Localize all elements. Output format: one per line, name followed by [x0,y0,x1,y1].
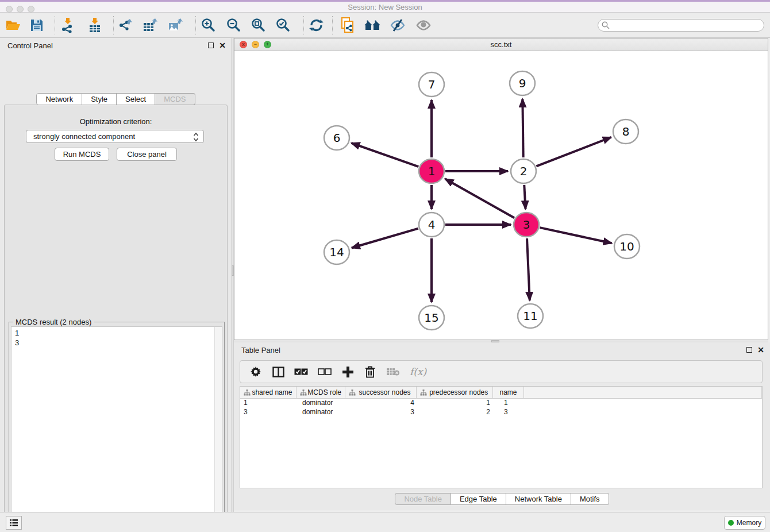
column-header-successor-nodes[interactable]: successor nodes [345,387,417,399]
run-mcds-button[interactable]: Run MCDS [55,148,109,161]
tab-mcds[interactable]: MCDS [155,93,195,105]
delete-table-icon [386,367,400,376]
cell-name[interactable]: 1 [494,399,525,408]
delete-row-button[interactable] [364,365,376,379]
cell-successor-nodes[interactable]: 3 [345,408,417,417]
save-session-button[interactable] [28,17,45,33]
graph-edge-3-11[interactable] [527,238,530,300]
import-network-button[interactable] [59,17,76,33]
tab-edge-table[interactable]: Edge Table [451,493,506,505]
zoom-fit-button[interactable] [250,17,267,33]
graph-node-4[interactable]: 4 [419,213,444,237]
control-panel: Control Panel ✕ NetworkStyleSelectMCDS O… [0,38,232,512]
network-canvas[interactable]: 1234678910111415 [234,51,768,340]
trash-icon [365,366,375,378]
close-app-button[interactable] [6,6,13,13]
mcds-result-textarea[interactable]: 1 3 [11,326,222,532]
tab-select[interactable]: Select [117,93,155,105]
cell-shared-name[interactable]: 1 [240,399,297,408]
show-columns-button[interactable] [272,365,284,379]
zoom-app-button[interactable] [28,6,34,13]
graph-edge-2-9[interactable] [522,99,523,157]
column-header-name[interactable]: name [493,387,524,399]
apply-layout-button[interactable] [307,17,325,33]
close-panel-button[interactable]: Close panel [117,148,177,161]
column-header-shared-name[interactable]: shared name [240,387,297,399]
open-session-button[interactable] [5,17,22,33]
select-all-button[interactable] [294,365,308,379]
minimize-view-button[interactable]: − [252,41,259,48]
export-table-button[interactable] [142,17,159,33]
graph-node-3[interactable]: 3 [514,213,539,237]
show-all-button[interactable] [415,17,432,33]
graph-node-9[interactable]: 9 [510,71,535,95]
cell-MCDS-role[interactable]: dominator [297,408,345,417]
result-scrollbar[interactable] [214,327,222,532]
window-traffic-lights[interactable] [6,6,34,13]
cell-predecessor-nodes[interactable]: 2 [417,408,494,417]
network-window-title: scc.txt [491,40,512,49]
graph-edge-2-8[interactable] [536,137,611,167]
graph-node-10[interactable]: 10 [614,234,640,259]
close-panel-icon[interactable]: ✕ [757,347,764,353]
table-row[interactable]: 3dominator323 [240,408,762,417]
graph-node-15[interactable]: 15 [419,306,444,330]
cell-successor-nodes[interactable]: 4 [345,399,417,408]
tab-network[interactable]: Network [36,93,82,105]
task-history-button[interactable] [6,516,22,530]
float-panel-icon[interactable] [208,43,214,48]
clone-network-button[interactable] [339,17,356,33]
optimization-dropdown[interactable]: strongly connected component [26,130,204,143]
graph-node-6[interactable]: 6 [324,126,349,150]
node-label: 2 [520,164,528,178]
maximize-view-button[interactable]: + [264,41,271,48]
graph-edge-4-14[interactable] [352,229,418,248]
export-image-button[interactable] [167,17,184,33]
eye-slash-icon [390,18,406,32]
graph-edge-3-10[interactable] [540,228,611,243]
graph-node-14[interactable]: 14 [324,240,349,264]
node-table: shared nameMCDS rolesuccessor nodesprede… [240,386,763,488]
tab-node-table[interactable]: Node Table [395,493,451,505]
status-bar: Memory [0,512,770,532]
tab-style[interactable]: Style [82,93,117,105]
column-header-MCDS-role[interactable]: MCDS role [297,387,345,399]
float-panel-icon[interactable] [746,347,752,353]
graph-node-7[interactable]: 7 [419,72,444,97]
graph-edge-3-1[interactable] [445,179,515,218]
memory-button[interactable]: Memory [724,516,765,530]
import-table-button[interactable] [86,17,103,33]
graph-node-11[interactable]: 11 [518,304,543,328]
mcds-result-groupbox: MCDS result (2 nodes) 1 3 [9,322,225,532]
zoom-selected-button[interactable] [275,17,292,33]
add-row-button[interactable] [341,365,354,379]
zoom-in-button[interactable] [200,17,217,33]
cell-MCDS-role[interactable]: dominator [297,399,345,408]
table-row[interactable]: 1dominator411 [240,399,762,408]
column-header-predecessor-nodes[interactable]: predecessor nodes [417,387,493,399]
close-panel-icon[interactable]: ✕ [219,43,226,48]
search-input[interactable] [598,19,764,32]
hierarchy-icon [420,390,427,396]
cell-name[interactable]: 3 [494,408,525,417]
tab-network-table[interactable]: Network Table [506,493,571,505]
cell-predecessor-nodes[interactable]: 1 [417,399,494,408]
graph-node-8[interactable]: 8 [613,119,638,144]
zoom-out-button[interactable] [225,17,242,33]
graph-edge-1-6[interactable] [351,143,418,167]
table-options-button[interactable] [249,365,262,379]
node-label: 4 [428,218,436,232]
tab-motifs[interactable]: Motifs [571,493,609,505]
first-neighbors-button[interactable] [364,17,381,33]
import-network-icon [61,18,75,33]
minimize-app-button[interactable] [17,6,24,13]
close-view-button[interactable]: x [240,41,247,48]
deselect-all-button[interactable] [318,365,332,379]
hide-selected-button[interactable] [389,17,406,33]
cell-shared-name[interactable]: 3 [240,408,297,417]
graph-node-1[interactable]: 1 [419,159,444,183]
graph-edge-2-3[interactable] [524,185,525,209]
export-network-button[interactable] [117,17,134,33]
graph-node-2[interactable]: 2 [511,159,536,183]
network-window-titlebar[interactable]: x − + scc.txt [234,38,768,51]
